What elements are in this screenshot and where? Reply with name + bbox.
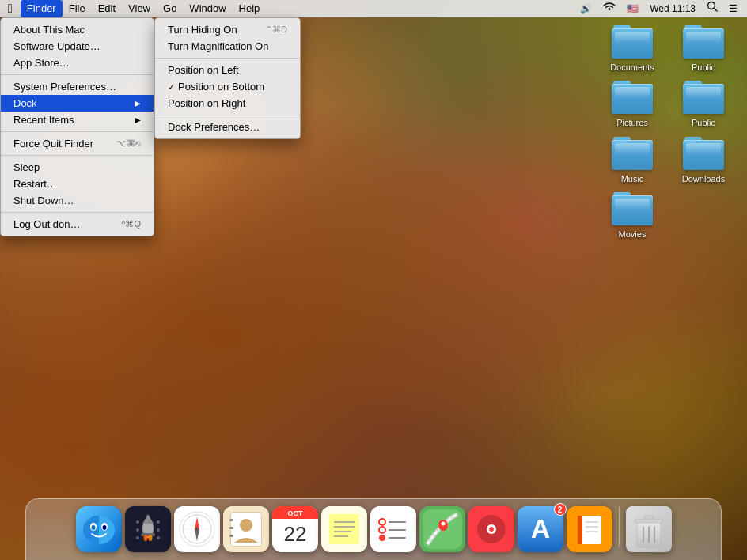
svg-text:22: 22 [283, 522, 306, 546]
desktop-icon-pictures[interactable]: Pictures [605, 79, 660, 128]
menu-software-update[interactable]: Software Update… [1, 38, 154, 55]
dock-appstore[interactable]: A 2 [518, 506, 563, 552]
menu-separator-3 [1, 155, 154, 156]
volume-icon[interactable]: 🔊 [577, 0, 595, 17]
menu-recent-items[interactable]: Recent Items ▶ [1, 112, 154, 128]
menu-separator-4 [1, 212, 154, 213]
desktop-icon-public2[interactable]: Public [676, 79, 731, 128]
svg-point-34 [240, 519, 252, 532]
svg-point-14 [143, 535, 147, 541]
menubar-file[interactable]: File [63, 0, 92, 17]
menu-restart[interactable]: Restart… [1, 176, 154, 192]
menubar:  Finder File Edit View Go Window Help 🔊… [0, 0, 747, 17]
svg-point-16 [136, 520, 139, 524]
dock-music[interactable] [468, 506, 514, 552]
menubar-left:  Finder File Edit View Go Window Help [0, 0, 577, 17]
svg-text:OCT: OCT [287, 509, 303, 517]
menu-app-store[interactable]: App Store… [1, 55, 154, 71]
desktop-icon-music[interactable]: Music [605, 135, 660, 184]
appstore-badge: 2 [554, 503, 567, 516]
svg-point-9 [102, 525, 106, 530]
datetime[interactable]: Wed 11:13 [647, 0, 699, 17]
desktop-icon-row-4: Movies [605, 191, 731, 240]
dock-books[interactable] [567, 506, 612, 552]
desktop-icon-movies[interactable]: Movies [605, 191, 660, 240]
dock-submenu: Turn Hiding On ⌃⌘D Turn Magnification On… [154, 17, 301, 139]
svg-point-60 [441, 522, 445, 526]
desktop:  Finder File Edit View Go Window Help 🔊… [0, 0, 747, 560]
menubar-help[interactable]: Help [233, 0, 267, 17]
svg-text:A: A [530, 513, 550, 543]
submenu-separator-2 [155, 115, 300, 115]
apple-dropdown-menu: About This Mac Software Update… App Stor… [0, 17, 154, 236]
svg-point-19 [157, 520, 160, 524]
notification-icon[interactable]: ☰ [726, 0, 741, 17]
svg-line-1 [715, 8, 718, 11]
dock-trash[interactable] [626, 506, 672, 552]
submenu-position-bottom[interactable]: ✓Position on Bottom [155, 78, 300, 95]
menu-system-prefs[interactable]: System Preferences… [1, 78, 154, 95]
svg-rect-35 [229, 519, 233, 521]
svg-rect-45 [329, 514, 359, 544]
svg-rect-79 [644, 516, 654, 520]
menu-separator-1 [1, 74, 154, 75]
svg-point-18 [136, 536, 139, 539]
desktop-icon-public1[interactable]: Public [676, 24, 731, 73]
menu-logout[interactable]: Log Out don… ^⌘Q [1, 216, 154, 233]
dock-reminders[interactable] [370, 506, 416, 552]
menubar-edit[interactable]: Edit [92, 0, 122, 17]
svg-point-20 [157, 528, 160, 532]
svg-point-21 [157, 536, 160, 539]
dock-notes[interactable] [321, 506, 367, 552]
apple-menu-button[interactable]:  [0, 0, 21, 17]
svg-point-15 [148, 535, 152, 541]
submenu-dock-preferences[interactable]: Dock Preferences… [155, 119, 300, 135]
submenu-turn-magnification-on[interactable]: Turn Magnification On [155, 38, 300, 55]
svg-rect-37 [229, 535, 233, 537]
dock-finder[interactable] [76, 506, 122, 552]
spotlight-icon[interactable] [703, 0, 721, 17]
dock-safari[interactable] [174, 506, 220, 552]
menubar-window[interactable]: Window [183, 0, 232, 17]
svg-point-30 [195, 528, 199, 531]
dock-contacts[interactable] [223, 506, 269, 552]
submenu-position-right[interactable]: Position on Right [155, 95, 300, 112]
wifi-icon[interactable] [600, 0, 619, 17]
desktop-icons: Documents Public [605, 24, 731, 240]
dock: OCT 22 [0, 497, 747, 560]
desktop-icon-documents[interactable]: Documents [605, 24, 660, 73]
menu-shut-down[interactable]: Shut Down… [1, 192, 154, 209]
menubar-view[interactable]: View [122, 0, 157, 17]
menu-separator-2 [1, 131, 154, 132]
svg-point-8 [91, 525, 95, 530]
menu-dock[interactable]: Dock ▶ [1, 95, 154, 112]
submenu-turn-hiding-on[interactable]: Turn Hiding On ⌃⌘D [155, 21, 300, 38]
svg-rect-69 [578, 516, 582, 544]
submenu-separator-1 [155, 58, 300, 59]
desktop-icon-row-2: Pictures Public [605, 79, 731, 128]
menu-about-mac[interactable]: About This Mac [1, 21, 154, 38]
menu-force-quit[interactable]: Force Quit Finder ⌥⌘⎋ [1, 135, 154, 152]
flag-icon[interactable]: 🇺🇸 [624, 0, 642, 17]
menubar-finder[interactable]: Finder [21, 0, 63, 17]
svg-point-64 [489, 527, 494, 532]
dock-items: OCT 22 [66, 506, 681, 557]
svg-rect-36 [229, 527, 233, 529]
dock-separator [619, 507, 620, 547]
desktop-icon-row-1: Documents Public [605, 24, 731, 73]
svg-point-17 [136, 528, 139, 532]
desktop-icon-row-3: Music Downloads [605, 135, 731, 184]
submenu-position-left[interactable]: Position on Left [155, 62, 300, 78]
dock-launchpad[interactable] [125, 506, 171, 552]
dock-maps[interactable] [419, 506, 465, 552]
menubar-right: 🔊 🇺🇸 Wed 11:13 ☰ [577, 0, 747, 17]
menu-sleep[interactable]: Sleep [1, 159, 154, 176]
dock-calendar[interactable]: OCT 22 [272, 506, 318, 552]
svg-rect-13 [141, 533, 155, 536]
desktop-icon-downloads[interactable]: Downloads [676, 135, 731, 184]
svg-point-53 [379, 535, 385, 541]
menubar-go[interactable]: Go [157, 0, 183, 17]
